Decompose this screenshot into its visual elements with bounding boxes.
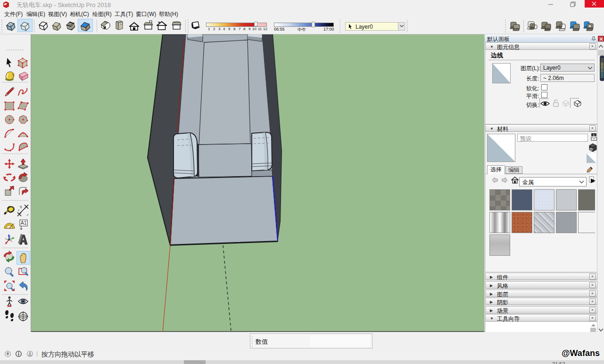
svg-text:5: 5 [20,205,22,209]
svg-text:A1: A1 [21,220,27,226]
